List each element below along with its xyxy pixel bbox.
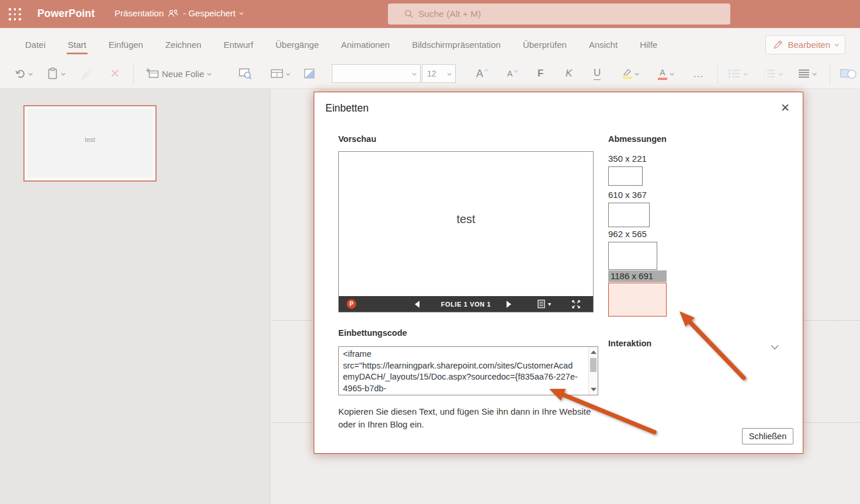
abmessungen-label: Abmessungen [608,134,667,144]
scroll-up-icon[interactable] [591,350,597,354]
preview-control-bar: P FOLIE 1 VON 1 ▾ [339,296,593,312]
interaktion-label: Interaktion [608,339,651,348]
powerpoint-web-app: PowerPoint Präsentation - Gespeichert Su… [0,0,860,504]
size-option-label-1186x691: 1186 x 691 [608,270,667,282]
size-option-610x367[interactable] [608,203,650,227]
notes-icon [538,300,545,308]
vorschau-label: Vorschau [338,134,376,144]
notes-button[interactable]: ▾ [538,296,551,312]
copy-hint-text: Kopieren Sie diesen Text, und fügen Sie … [338,405,592,431]
einbettungscode-label: Einbettungscode [338,328,407,338]
schliessen-button[interactable]: Schließen [742,428,793,444]
size-option-label-350x221: 350 x 221 [608,154,647,164]
size-option-350x221[interactable] [608,166,643,186]
interaktion-expand-chevron-icon[interactable] [772,340,777,351]
scrollbar[interactable] [588,347,598,395]
fullscreen-button[interactable] [572,296,580,312]
fullscreen-icon [572,300,580,308]
close-icon[interactable]: ✕ [778,100,792,116]
slide-counter: FOLIE 1 VON 1 [339,296,593,312]
embed-preview: test P FOLIE 1 VON 1 ▾ [338,151,594,312]
size-option-1186x691-selected[interactable] [608,283,667,317]
dialog-title: Einbetten [325,102,369,114]
size-option-label-610x367: 610 x 367 [608,190,647,200]
preview-slide-text: test [339,213,593,226]
embed-code-textarea[interactable]: <iframe src="https://learningpark.sharep… [338,346,598,395]
scrollbar-thumb[interactable] [590,358,597,372]
size-option-962x565[interactable] [608,242,657,270]
size-option-label-962x565: 962 x 565 [608,229,647,239]
next-slide-button[interactable] [507,296,511,312]
scroll-down-icon[interactable] [591,388,597,391]
einbetten-dialog: Einbetten ✕ Vorschau test P FOLIE 1 VON … [314,92,803,454]
embed-code-text: <iframe src="https://learningpark.sharep… [343,349,585,394]
